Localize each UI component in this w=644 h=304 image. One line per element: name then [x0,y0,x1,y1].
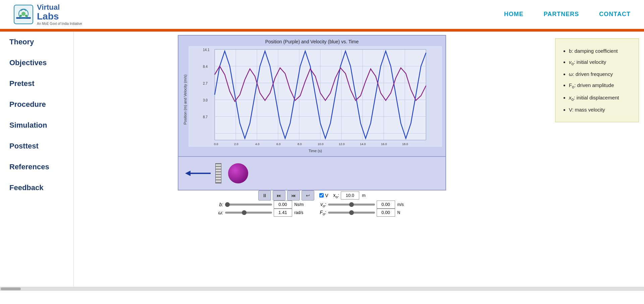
svg-text:2.7: 2.7 [203,82,208,85]
svg-text:8.7: 8.7 [203,115,208,119]
F0-input[interactable] [377,209,395,217]
info-list: b: damping coefficient vo: initial veloc… [562,45,632,116]
svg-point-5 [25,15,27,17]
info-box: b: damping coefficient vo: initial veloc… [555,38,639,123]
vo-unit: m/s [397,202,411,207]
pause-button[interactable]: ⏸ [258,190,271,201]
svg-text:18.0: 18.0 [402,142,408,146]
v-label: V [325,193,328,198]
svg-text:0.0: 0.0 [214,142,218,146]
omega-input[interactable] [274,209,292,217]
reset-button[interactable]: ↩ [302,190,314,201]
info-item-vo: vo: initial velocity [569,56,632,69]
animation-area [178,157,446,190]
logo-text: Virtual Labs An MoE Govt of India Initia… [37,3,82,26]
svg-text:10.0: 10.0 [318,142,324,146]
vo-slider-thumb [349,202,354,207]
svg-marker-40 [185,171,191,176]
svg-text:14.0: 14.0 [360,142,366,146]
sidebar-item-objectives[interactable]: Objectives [0,52,73,73]
logo-icon [13,4,34,25]
nav-home[interactable]: HOME [504,11,524,18]
info-item-omega: ω: driven frequency [569,69,632,80]
chart-container: Position (Purple) and Velocity (blue) vs… [178,35,446,157]
v-checkbox-label[interactable]: V [319,193,328,198]
y-axis-label: Position (m) and Velocity (m/s) [182,46,189,153]
sidebar-item-pretest[interactable]: Pretest [0,73,73,94]
logo-labs: Labs [37,11,82,22]
controls-row2: b: Ns/m vo: m/s [213,201,411,209]
spring-wall [215,163,221,183]
xo-input[interactable] [341,191,359,200]
info-item-b: b: damping coefficient [569,45,632,56]
svg-text:16.0: 16.0 [381,142,387,146]
sidebar-item-procedure[interactable]: Procedure [0,94,73,115]
svg-point-3 [21,12,25,16]
svg-text:12.0: 12.0 [339,142,345,146]
nav-contact[interactable]: CONTACT [599,11,631,18]
F0-slider-thumb [349,210,354,215]
svg-text:14.1: 14.1 [203,48,210,52]
controls-row1: ⏸ ⏭ ⏮ ↩ V xo: m [258,190,366,201]
sidebar: Theory Objectives Pretest Procedure Simu… [0,32,74,287]
arrow-left-indicator [185,170,212,177]
info-item-V: V: mass velocity [569,104,632,115]
vo-slider[interactable] [328,204,375,206]
sidebar-item-posttest[interactable]: Posttest [0,136,73,157]
scroll-thumb[interactable] [1,288,21,290]
info-item-x0: xo: initial displacement [569,92,632,104]
logo-area: Virtual Labs An MoE Govt of India Initia… [13,3,82,26]
b-label: b: [213,202,223,207]
F0-label: Fo: [316,210,326,216]
xo-param-label: xo: [333,192,339,199]
svg-text:8.0: 8.0 [298,142,302,146]
omega-slider-thumb [242,210,247,215]
step-button[interactable]: ⏭ [273,190,285,201]
nav-partners[interactable]: PARTNERS [544,11,579,18]
main-layout: Theory Objectives Pretest Procedure Simu… [0,32,644,287]
omega-unit: rad/s [294,210,308,215]
svg-point-4 [20,15,22,17]
omega-slider[interactable] [225,212,272,214]
vo-label: vo: [316,202,326,208]
nav-links: HOME PARTNERS CONTACT [504,11,631,18]
sidebar-item-feedback[interactable]: Feedback [0,177,73,198]
svg-text:2.0: 2.0 [234,142,238,146]
info-item-F0: Fo: driven amplitude [569,80,632,92]
b-slider-thumb [225,202,230,207]
controls-row3: ω: rad/s Fo: N [213,209,411,217]
svg-text:3.0: 3.0 [203,98,208,102]
b-slider[interactable] [225,204,272,206]
chart-title: Position (Purple) and Velocity (blue) vs… [182,39,442,44]
xo-unit: m [362,193,366,198]
logo-subtitle: An MoE Govt of India Initiative [37,22,82,26]
sidebar-item-simulation[interactable]: Simulation [0,115,73,136]
svg-text:4.0: 4.0 [255,142,260,146]
mass-ball [228,163,248,183]
svg-text:8.4: 8.4 [203,65,208,69]
logo-virtual: Virtual [37,3,82,11]
omega-label: ω: [213,210,223,215]
header: Virtual Labs An MoE Govt of India Initia… [0,0,644,30]
rewind-button[interactable]: ⏮ [287,190,300,201]
sidebar-item-theory[interactable]: Theory [0,32,73,52]
svg-text:6.0: 6.0 [276,142,281,146]
F0-slider[interactable] [328,212,375,214]
chart-svg: 14.1 8.4 2.7 3.0 8.7 [189,46,442,147]
vo-input[interactable] [377,201,395,209]
sidebar-item-references[interactable]: References [0,157,73,177]
x-axis-label: Time (s) [189,149,442,153]
svg-rect-41 [191,173,211,174]
content-area: Position (Purple) and Velocity (blue) vs… [74,32,550,287]
right-panel: b: damping coefficient vo: initial veloc… [550,32,644,287]
b-unit: Ns/m [294,202,308,207]
F0-unit: N [397,210,411,215]
b-input[interactable] [274,201,292,209]
v-checkbox[interactable] [319,193,324,198]
scrollbar[interactable] [0,287,644,291]
